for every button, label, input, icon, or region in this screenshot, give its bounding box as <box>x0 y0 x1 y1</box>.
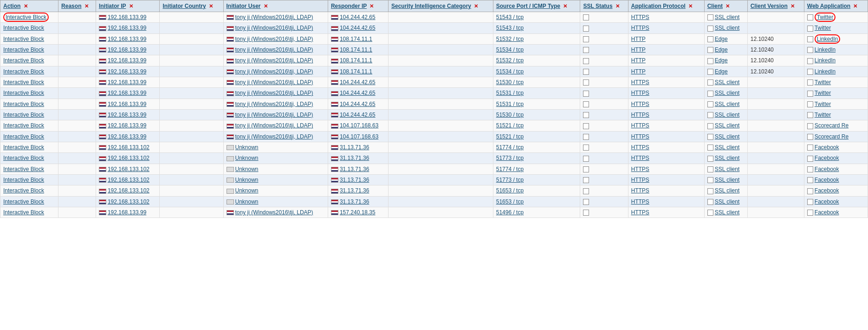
responder-ip-link[interactable]: 108.174.11.1 <box>340 36 372 42</box>
web-app-checkbox[interactable] <box>807 199 813 205</box>
initiator-user-link[interactable]: tony ji (Windows2016\tji, LDAP) <box>235 25 313 31</box>
client-link[interactable]: Edge <box>715 57 728 64</box>
ssl-status-checkbox[interactable] <box>583 210 589 216</box>
action-link[interactable]: Interactive Block <box>3 112 44 118</box>
action-link[interactable]: Interactive Block <box>3 36 44 42</box>
col-filter-action-close[interactable]: ✕ <box>24 3 28 9</box>
responder-ip-link[interactable]: 108.174.11.1 <box>340 57 372 64</box>
client-checkbox[interactable] <box>707 69 713 75</box>
action-link[interactable]: Interactive Block <box>3 166 44 172</box>
client-link[interactable]: SSL client <box>715 133 740 140</box>
source-port-link[interactable]: 51774 / tcp <box>496 166 524 172</box>
app-protocol-link[interactable]: HTTP <box>631 36 646 42</box>
app-protocol-link[interactable]: HTTPS <box>631 25 649 31</box>
initiator-user-link[interactable]: Unknown <box>235 187 259 194</box>
client-checkbox[interactable] <box>707 58 713 64</box>
client-checkbox[interactable] <box>707 91 713 97</box>
ssl-status-checkbox[interactable] <box>583 166 589 172</box>
initiator-user-link[interactable]: tony ji (Windows2016\tji, LDAP) <box>235 133 313 140</box>
col-filter-initiator-country-close[interactable]: ✕ <box>209 3 213 9</box>
initiator-ip-link[interactable]: 192.168.133.99 <box>108 90 146 96</box>
initiator-user-link[interactable]: tony ji (Windows2016\tji, LDAP) <box>235 112 313 118</box>
web-application-link[interactable]: Twitter <box>815 13 836 22</box>
app-protocol-link[interactable]: HTTPS <box>631 144 649 151</box>
initiator-ip-link[interactable]: 192.168.133.99 <box>108 122 146 129</box>
web-application-link[interactable]: Twitter <box>815 101 831 107</box>
initiator-ip-link[interactable]: 192.168.133.102 <box>108 177 149 183</box>
action-link[interactable]: Interactive Block <box>3 155 44 161</box>
action-link[interactable]: Interactive Block <box>3 209 44 216</box>
initiator-ip-link[interactable]: 192.168.133.99 <box>108 68 146 75</box>
action-link[interactable]: Interactive Block <box>3 79 44 86</box>
responder-ip-link[interactable]: 104.107.168.63 <box>340 122 378 129</box>
client-checkbox[interactable] <box>707 210 713 216</box>
ssl-status-checkbox[interactable] <box>583 101 589 107</box>
initiator-user-link[interactable]: Unknown <box>235 155 259 161</box>
client-checkbox[interactable] <box>707 134 713 140</box>
col-sort-initiator-ip[interactable]: Initiator IP <box>99 3 126 9</box>
client-link[interactable]: SSL client <box>715 79 740 86</box>
responder-ip-link[interactable]: 104.244.42.65 <box>340 112 376 118</box>
responder-ip-link[interactable]: 31.13.71.36 <box>340 177 369 183</box>
initiator-ip-link[interactable]: 192.168.133.99 <box>108 14 146 20</box>
initiator-user-link[interactable]: Unknown <box>235 177 259 183</box>
client-checkbox[interactable] <box>707 101 713 107</box>
col-sort-ssl-status[interactable]: SSL Status <box>583 3 612 9</box>
web-application-link[interactable]: Facebook <box>815 166 839 172</box>
initiator-ip-link[interactable]: 192.168.133.99 <box>108 112 146 118</box>
col-filter-initiator-user-close[interactable]: ✕ <box>264 3 268 9</box>
client-checkbox[interactable] <box>707 145 713 151</box>
client-checkbox[interactable] <box>707 47 713 53</box>
ssl-status-checkbox[interactable] <box>583 188 589 194</box>
ssl-status-checkbox[interactable] <box>583 79 589 86</box>
initiator-user-link[interactable]: Unknown <box>235 144 259 151</box>
initiator-ip-link[interactable]: 192.168.133.102 <box>108 155 149 161</box>
col-filter-security-intelligence-close[interactable]: ✕ <box>474 3 478 9</box>
client-checkbox[interactable] <box>707 112 713 118</box>
client-link[interactable]: SSL client <box>715 90 740 96</box>
responder-ip-link[interactable]: 31.13.71.36 <box>340 198 369 205</box>
col-filter-client-close[interactable]: ✕ <box>725 3 730 9</box>
client-link[interactable]: SSL client <box>715 144 740 151</box>
source-port-link[interactable]: 51773 / tcp <box>496 155 524 161</box>
initiator-user-link[interactable]: tony ji (Windows2016\tji, LDAP) <box>235 14 313 20</box>
web-app-checkbox[interactable] <box>807 166 813 172</box>
client-link[interactable]: SSL client <box>715 25 740 31</box>
web-application-link[interactable]: Scorecard Re <box>815 122 849 129</box>
responder-ip-link[interactable]: 104.107.168.63 <box>340 133 378 140</box>
web-app-checkbox[interactable] <box>807 188 813 194</box>
client-link[interactable]: SSL client <box>715 198 740 205</box>
responder-ip-link[interactable]: 157.240.18.35 <box>340 209 376 216</box>
action-link[interactable]: Interactive Block <box>3 144 44 151</box>
source-port-link[interactable]: 51530 / tcp <box>496 112 524 118</box>
source-port-link[interactable]: 51534 / tcp <box>496 68 524 75</box>
action-link[interactable]: Interactive Block <box>3 46 44 53</box>
col-filter-client-version-close[interactable]: ✕ <box>790 3 795 9</box>
web-application-link[interactable]: Twitter <box>815 25 831 31</box>
initiator-ip-link[interactable]: 192.168.133.99 <box>108 57 146 64</box>
web-app-checkbox[interactable] <box>807 69 813 75</box>
web-app-checkbox[interactable] <box>807 36 813 42</box>
initiator-ip-link[interactable]: 192.168.133.99 <box>108 209 146 216</box>
web-app-checkbox[interactable] <box>807 145 813 151</box>
app-protocol-link[interactable]: HTTPS <box>631 79 649 86</box>
app-protocol-link[interactable]: HTTP <box>631 57 646 64</box>
app-protocol-link[interactable]: HTTPS <box>631 90 649 96</box>
responder-ip-link[interactable]: 108.174.11.1 <box>340 46 372 53</box>
client-link[interactable]: SSL client <box>715 187 740 194</box>
col-filter-responder-ip-close[interactable]: ✕ <box>369 3 374 9</box>
action-link[interactable]: Interactive Block <box>3 133 44 140</box>
ssl-status-checkbox[interactable] <box>583 177 589 183</box>
web-app-checkbox[interactable] <box>807 91 813 97</box>
responder-ip-link[interactable]: 104.244.42.65 <box>340 90 376 96</box>
app-protocol-link[interactable]: HTTPS <box>631 177 649 183</box>
col-sort-security-intelligence[interactable]: Security Intelligence Category <box>391 3 471 9</box>
web-app-checkbox[interactable] <box>807 101 813 107</box>
app-protocol-link[interactable]: HTTPS <box>631 112 649 118</box>
ssl-status-checkbox[interactable] <box>583 26 589 32</box>
web-app-checkbox[interactable] <box>807 14 813 20</box>
action-link[interactable]: Interactive Block <box>3 13 49 22</box>
client-checkbox[interactable] <box>707 36 713 42</box>
action-link[interactable]: Interactive Block <box>3 101 44 107</box>
app-protocol-link[interactable]: HTTPS <box>631 198 649 205</box>
